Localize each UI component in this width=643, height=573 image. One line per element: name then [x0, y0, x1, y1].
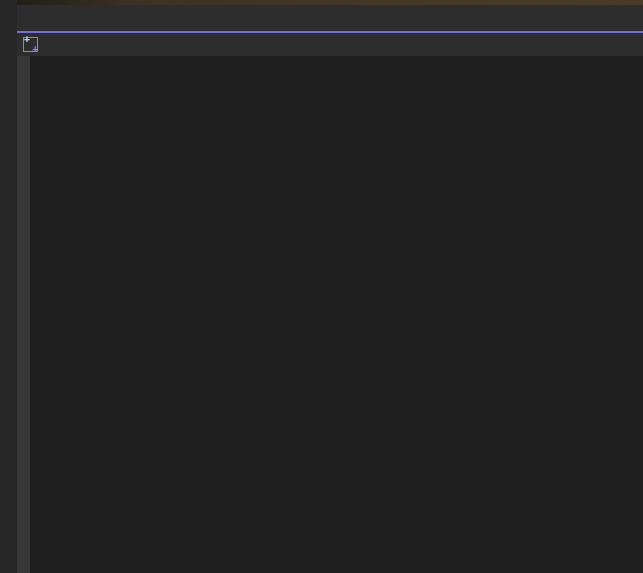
document-tab-bar — [17, 5, 643, 33]
code-editor[interactable] — [0, 56, 643, 573]
breadcrumb: + + — [17, 33, 643, 56]
cpp-project-icon: + + — [23, 37, 38, 52]
vs-editor-window: + + — [0, 0, 643, 573]
